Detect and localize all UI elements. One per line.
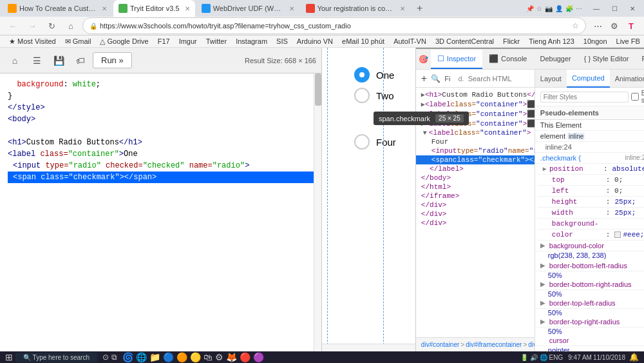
- html-line-div-close-3[interactable]: </div>: [416, 219, 535, 228]
- tab-1-close[interactable]: ✕: [102, 5, 107, 12]
- tab-layout[interactable]: Layout: [535, 70, 567, 88]
- tab-inspector[interactable]: ☐ Inspector: [431, 50, 482, 69]
- tab-4[interactable]: Your registration is complete! ✕: [301, 0, 410, 17]
- html-line-label-close[interactable]: </label>: [416, 164, 535, 173]
- preview-scrollbar[interactable]: [322, 344, 415, 351]
- bookmark-livefb[interactable]: Live FB: [612, 36, 644, 46]
- html-line-four-text[interactable]: Four: [416, 137, 535, 146]
- taskbar-edge[interactable]: 🌀: [122, 352, 133, 362]
- html-line-div-close-2[interactable]: </div>: [416, 210, 535, 219]
- home-button[interactable]: ⌂: [63, 18, 79, 34]
- tag-editor-btn[interactable]: 🏷: [71, 52, 90, 70]
- extension-icon[interactable]: 🧩: [565, 5, 573, 12]
- bookmark-email10[interactable]: eMail 10 phút: [338, 36, 388, 46]
- editor-scrollbar[interactable]: [314, 74, 321, 351]
- notifications-icon[interactable]: 🔔: [629, 353, 639, 362]
- bookmark-imgur[interactable]: Imgur: [175, 36, 201, 46]
- taskbar-firefox[interactable]: 🦊: [226, 352, 237, 362]
- devtools-pick-element[interactable]: 🎯: [419, 53, 428, 66]
- url-bar[interactable]: 🔒 https://www.w3schools.com/howto/tryit.…: [82, 17, 586, 34]
- bookmark-10ngon[interactable]: 10ngon: [580, 36, 611, 46]
- tab-3-close[interactable]: ✕: [289, 5, 294, 12]
- search-taskbar[interactable]: 🔍 Type here to search: [15, 353, 97, 362]
- star-icon[interactable]: ☆: [536, 5, 542, 12]
- star-bookmark-icon[interactable]: ☆: [572, 21, 579, 30]
- tab-console[interactable]: ⬛ Console: [482, 50, 533, 69]
- taskbar-app10[interactable]: 🔴: [240, 352, 251, 362]
- radio-item-one[interactable]: One: [354, 67, 396, 83]
- settings-icon[interactable]: ⚙: [607, 18, 622, 34]
- radio-item-four[interactable]: Four: [354, 134, 396, 150]
- html-line-label4-open[interactable]: ▼ <label class="container">: [416, 128, 535, 137]
- pseudo-elements-header[interactable]: Pseudo-elements: [535, 106, 644, 120]
- scrollbar-thumb[interactable]: [315, 74, 321, 106]
- tab-style-editor[interactable]: { } Style Editor: [578, 50, 636, 69]
- tab-3[interactable]: WebDriver UDF (W3C complia... ✕: [196, 0, 299, 17]
- taskbar-app5[interactable]: 🟠: [176, 352, 187, 362]
- tab-1[interactable]: How To Create a Custom Che... ✕: [3, 0, 112, 17]
- bookmark-most-visited[interactable]: ★ Most Visited: [5, 36, 60, 47]
- menu-editor-btn[interactable]: ☰: [27, 52, 46, 70]
- refresh-button[interactable]: ↻: [44, 18, 59, 34]
- taskbar-ie[interactable]: 🌐: [136, 352, 147, 362]
- taskbar-store[interactable]: 🛍: [204, 352, 213, 362]
- bookmark-arduino[interactable]: Arduino VN: [293, 36, 337, 46]
- tab-2-close[interactable]: ✕: [185, 5, 190, 12]
- profile-icon[interactable]: 👤: [555, 5, 563, 12]
- forward-button[interactable]: →: [24, 18, 40, 34]
- html-line-body-close[interactable]: </body>: [416, 173, 535, 182]
- screenshot-icon[interactable]: 📷: [545, 5, 553, 12]
- bookmark-autoit[interactable]: AutoIT-VN: [390, 36, 430, 46]
- save-editor-btn[interactable]: 💾: [49, 52, 68, 70]
- bookmark-sis[interactable]: SIS: [272, 36, 292, 46]
- taskbar-start[interactable]: ⊞: [5, 352, 13, 362]
- bookmark-instagram[interactable]: Instagram: [232, 36, 271, 46]
- html-line-input[interactable]: <input type="radio" name="radio">: [416, 146, 535, 155]
- add-element-button[interactable]: +: [421, 72, 427, 85]
- html-line-span-checkmark[interactable]: <span class="checkmark"></span>: [416, 155, 535, 164]
- taskbar-app11[interactable]: 🟣: [253, 352, 264, 362]
- profile-avatar[interactable]: T: [623, 18, 639, 34]
- radio-item-two[interactable]: Two: [354, 88, 396, 103]
- home-editor-btn[interactable]: ⌂: [5, 52, 24, 70]
- close-button[interactable]: ✕: [623, 2, 641, 15]
- tab-performance[interactable]: Performance: [636, 50, 645, 69]
- bc-iframecontainer[interactable]: div#iframecontainer: [466, 341, 522, 348]
- menu-icon[interactable]: ⋯: [576, 5, 582, 12]
- bookmark-f17[interactable]: F17: [154, 36, 174, 46]
- taskbar-taskview[interactable]: ⧉: [111, 353, 117, 362]
- back-button[interactable]: ←: [5, 18, 21, 34]
- bc-container[interactable]: div#container: [421, 341, 459, 348]
- bookmark-flickr[interactable]: Flickr: [499, 36, 524, 46]
- html-line-div-close-1[interactable]: </div>: [416, 201, 535, 210]
- browser-styles-checkbox[interactable]: [631, 93, 639, 101]
- minimize-button[interactable]: —: [587, 2, 605, 15]
- bookmark-twitter[interactable]: Twitter: [202, 36, 231, 46]
- taskbar-app4[interactable]: 🔵: [163, 352, 174, 362]
- more-tools-icon[interactable]: ⋯: [590, 18, 605, 34]
- bookmark-tieng-anh[interactable]: Tieng Anh 123: [525, 36, 578, 46]
- html-line-h1[interactable]: ▶ <h1>Custom Radio Buttons</h1>: [416, 90, 535, 99]
- bookmark-gmail[interactable]: ✉ Gmail: [61, 36, 95, 47]
- bc-iframe[interactable]: div#iframe: [528, 341, 535, 348]
- search-html-input[interactable]: [468, 75, 535, 83]
- maximize-button[interactable]: ☐: [605, 2, 623, 15]
- tab-2[interactable]: Tryit Editor v3.5 ✕: [113, 0, 195, 17]
- taskbar-app3[interactable]: 📁: [149, 352, 160, 362]
- add-tab-button[interactable]: +: [412, 0, 428, 17]
- filter-styles-input[interactable]: [540, 92, 629, 103]
- tab-animations[interactable]: Animations: [610, 70, 644, 88]
- html-line-iframe-close[interactable]: </iframe>: [416, 191, 535, 201]
- bookmark-drive[interactable]: △ Google Drive: [96, 36, 152, 47]
- taskbar-app6[interactable]: 🟡: [190, 352, 201, 362]
- tab-computed[interactable]: Computed: [567, 70, 610, 88]
- html-line-label1[interactable]: ▶ <label class="container">⬛</label>: [416, 99, 535, 109]
- html-line-html-close[interactable]: </html>: [416, 182, 535, 191]
- taskbar-app8[interactable]: ⚙: [215, 352, 223, 362]
- bookmark-3d[interactable]: 3D ContentCentral: [431, 36, 498, 46]
- code-editor[interactable]: background: white; } </style> <body> <h1…: [0, 74, 321, 351]
- tab-debugger[interactable]: Debugger: [533, 50, 577, 69]
- tab-4-close[interactable]: ✕: [400, 5, 405, 12]
- system-tray[interactable]: 🔋 🔊 🌐 ENG: [520, 354, 563, 361]
- taskbar-cortana[interactable]: ⊙: [102, 353, 109, 362]
